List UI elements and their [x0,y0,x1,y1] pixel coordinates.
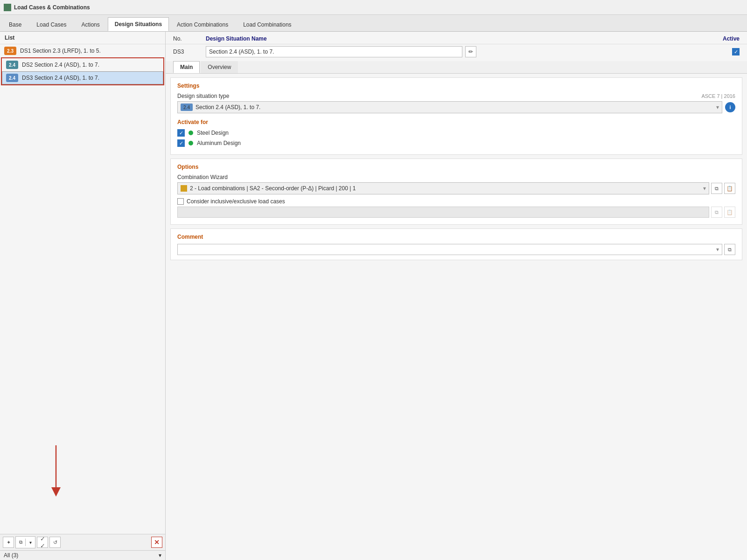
greyed-copy-btn: ⧉ [711,207,722,218]
subtab-bar: Main Overview [166,61,747,74]
tab-action-combinations[interactable]: Action Combinations [170,17,235,31]
left-toolbar: ✦ ⧉ ▾ ✓✓ ↺ ✕ [0,534,165,550]
chevron-down-icon: ▾ [716,246,719,253]
add-icon: ✦ [7,539,11,546]
left-panel: List 2.3 DS1 Section 2.3 (LRFD), 1. to 5… [0,32,166,560]
list-item-label: DS3 Section 2.4 (ASD), 1. to 7. [22,75,99,81]
check-icon: ✓ [179,140,183,146]
edit-icon: ✏ [468,48,473,55]
subtab-main[interactable]: Main [173,61,200,73]
type-dropdown-text: Section 2.4 (ASD), 1. to 7. [195,104,260,111]
consider-row: Consider inclusive/exclusive load cases [177,198,735,205]
check-icon: ✓ [179,130,183,136]
comment-copy-btn[interactable]: ⧉ [724,244,735,255]
wizard-label: Combination Wizard [177,174,735,180]
activate-aluminum: ✓ Aluminum Design [177,139,735,147]
ds-number: DS3 [173,48,196,55]
type-dropdown[interactable]: 2.4 Section 2.4 (ASD), 1. to 7. ▾ [177,101,722,113]
paste-icon: 📋 [726,209,733,215]
comment-dropdown[interactable]: ▾ [177,244,722,255]
type-badge: 2.4 [181,104,193,111]
check-all-btn[interactable]: ✓✓ [37,537,48,548]
steel-checkbox[interactable]: ✓ [177,129,185,137]
window-title: Load Cases & Combinations [14,4,90,11]
tab-load-cases[interactable]: Load Cases [29,17,73,31]
info-icon: i [729,104,731,110]
app-icon [4,4,11,11]
main-content: List 2.3 DS1 Section 2.3 (LRFD), 1. to 5… [0,32,747,560]
delete-btn[interactable]: ✕ [151,537,162,548]
type-standard: ASCE 7 | 2016 [701,93,735,99]
tab-load-combinations[interactable]: Load Combinations [236,17,298,31]
activate-section: Activate for ✓ Steel Design ✓ Aluminum D… [177,119,735,147]
copy-icon: ⧉ [728,247,732,253]
list-item[interactable]: 2.4 DS2 Section 2.4 (ASD), 1. to 7. [2,58,163,71]
settings-title: Settings [177,83,735,89]
red-border-group: 2.4 DS2 Section 2.4 (ASD), 1. to 7. 2.4 … [1,57,164,85]
all-selector[interactable]: All (3) ▾ [0,550,165,560]
copy-btn[interactable]: ⧉ [16,537,25,548]
tab-base[interactable]: Base [2,17,28,31]
tab-actions[interactable]: Actions [74,17,106,31]
ds-name-input[interactable] [206,46,462,57]
tab-design-situations[interactable]: Design Situations [108,17,169,31]
check-icon: ✓✓ [40,535,45,549]
refresh-icon: ↺ [53,539,57,546]
copy-icon: ⧉ [715,186,719,192]
options-title: Options [177,164,735,170]
list-empty-space [0,85,165,534]
check-icon: ✓ [734,49,738,55]
options-section: Options Combination Wizard 2 - Load comb… [170,159,742,225]
list-item-selected[interactable]: 2.4 DS3 Section 2.4 (ASD), 1. to 7. [2,71,163,84]
info-btn[interactable]: i [725,102,735,112]
green-dot-aluminum [188,141,193,145]
title-bar: Load Cases & Combinations [0,0,747,15]
activate-title: Activate for [177,119,735,125]
comment-input-row: ▾ ⧉ [177,244,735,255]
wizard-text: 2 - Load combinations | SA2 - Second-ord… [190,185,356,192]
tab-bar: Base Load Cases Actions Design Situation… [0,15,747,32]
copy-paste-group: ⧉ ▾ [15,536,35,548]
greyed-paste-btn: 📋 [724,207,735,218]
green-dot-steel [188,131,193,135]
list-item-label: DS2 Section 2.4 (ASD), 1. to 7. [22,62,99,68]
badge-ds1: 2.3 [4,47,16,55]
header-no: No. [173,35,196,42]
edit-name-btn[interactable]: ✏ [465,46,476,57]
paste-icon: 📋 [726,186,733,192]
list-item[interactable]: 2.3 DS1 Section 2.3 (LRFD), 1. to 5. [0,44,165,57]
consider-checkbox[interactable] [177,198,184,205]
comment-title: Comment [177,234,735,240]
type-label-row: Design situation type ASCE 7 | 2016 [177,93,735,99]
wizard-paste-btn[interactable]: 📋 [724,183,735,194]
ds-active-checkbox[interactable]: ✓ [732,48,740,55]
wizard-row: 2 - Load combinations | SA2 - Second-ord… [177,182,735,194]
header-row: No. Design Situation Name Active [166,32,747,44]
badge-ds2: 2.4 [6,61,18,69]
greyed-row: ⧉ 📋 [177,207,735,218]
comment-section: Comment ▾ ⧉ [170,228,742,260]
subtab-overview[interactable]: Overview [201,61,238,73]
list-header: List [0,32,165,44]
header-name: Design Situation Name [206,35,346,42]
delete-icon: ✕ [154,539,160,546]
copy-icon: ⧉ [715,209,719,215]
dropdown-arrow[interactable]: ▾ [26,537,35,548]
consider-label: Consider inclusive/exclusive load cases [187,198,285,205]
ds-name-field: ✏ [206,46,723,57]
chevron-down-icon: ▾ [159,552,161,559]
chevron-down-icon: ▾ [716,104,719,111]
refresh-btn[interactable]: ↺ [49,537,61,548]
all-label: All (3) [4,552,18,559]
wizard-dropdown[interactable]: 2 - Load combinations | SA2 - Second-ord… [177,182,709,194]
yellow-block [181,185,187,192]
aluminum-checkbox[interactable]: ✓ [177,139,185,147]
ds-value-row: DS3 ✏ ✓ [166,44,747,61]
header-active: Active [723,35,740,42]
badge-ds3: 2.4 [6,74,18,82]
activate-steel: ✓ Steel Design [177,129,735,137]
chevron-down-icon: ▾ [703,185,706,192]
wizard-copy-btn[interactable]: ⧉ [711,183,722,194]
settings-section: Settings Design situation type ASCE 7 | … [170,77,742,155]
add-btn[interactable]: ✦ [3,537,14,548]
